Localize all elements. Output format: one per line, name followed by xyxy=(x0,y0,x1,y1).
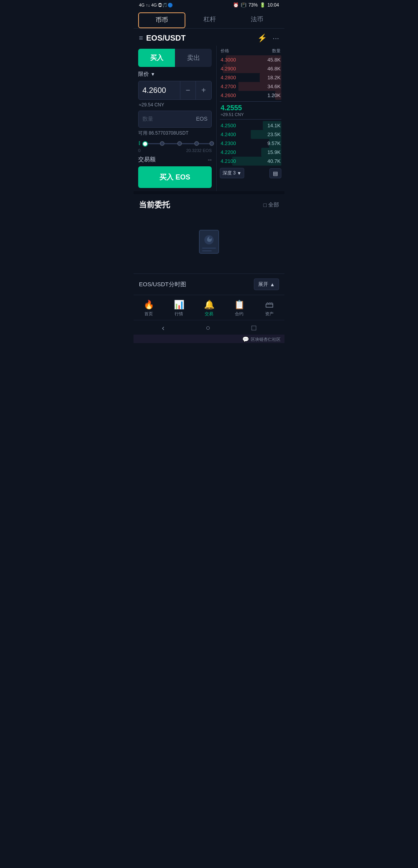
buy-order-1[interactable]: 4.2500 14.1K xyxy=(220,121,281,130)
buy-bg-3 xyxy=(269,139,281,148)
system-back-button[interactable]: ‹ xyxy=(162,323,164,332)
confirm-buy-button[interactable]: 买入 EOS xyxy=(138,166,212,188)
expand-label: 展开 xyxy=(258,281,268,288)
buy-order-5[interactable]: 4.2100 40.7K xyxy=(220,157,281,166)
view-all-orders-button[interactable]: □ 全部 xyxy=(264,202,279,208)
tab-fabi[interactable]: 法币 xyxy=(234,12,280,28)
trading-pair-title[interactable]: EOS/USDT xyxy=(146,34,186,43)
orders-title: 当前委托 xyxy=(139,200,170,210)
nav-market[interactable]: 📊 行情 xyxy=(164,298,194,318)
main-content-area: 买入 卖出 限价 ▼ 4.2600 − + ≈29.54 CNY 数量 EOS … xyxy=(134,46,284,191)
slider-labels: 0 20.3232 EOS xyxy=(138,148,212,153)
orderbook-headers: 价格 数量 xyxy=(220,48,281,54)
signal-indicators: 4G ↑↓ 4G ⓵🎵🔵 xyxy=(139,3,173,8)
tab-bar: 币币 杠杆 法币 xyxy=(134,9,284,29)
buy-price-2: 4.2400 xyxy=(221,132,236,137)
contract-icon: 📋 xyxy=(234,300,245,310)
svg-rect-3 xyxy=(202,250,212,251)
nav-assets[interactable]: 🗃 资产 xyxy=(254,298,284,318)
sell-order-4[interactable]: 4.2700 34.6K xyxy=(220,82,281,91)
trading-header: ≡ EOS/USDT ⚡ ··· xyxy=(134,29,284,46)
more-options-icon[interactable]: ··· xyxy=(272,34,279,43)
market-label: 行情 xyxy=(175,311,183,317)
tab-bibi[interactable]: 币币 xyxy=(138,12,185,28)
trade-amount-label: 交易额 xyxy=(138,156,156,163)
depth-row: 深度 3 ▼ ▤ xyxy=(220,168,281,178)
expand-chart-button[interactable]: 展开 ▲ xyxy=(254,279,279,290)
nav-contract[interactable]: 📋 合约 xyxy=(224,298,254,318)
section-divider-1 xyxy=(134,191,284,194)
depth-selector[interactable]: 深度 3 ▼ xyxy=(220,168,244,178)
quantity-input-container: 数量 EOS xyxy=(138,111,212,128)
sell-order-2[interactable]: 4.2900 46.8K xyxy=(220,64,281,73)
system-home-button[interactable]: ○ xyxy=(206,323,210,332)
status-bar: 4G ↑↓ 4G ⓵🎵🔵 ⏰ 📳 73% 🔋 10:04 xyxy=(134,0,284,9)
empty-orders-state xyxy=(139,215,279,270)
sell-price-5: 4.2600 xyxy=(221,92,236,98)
quantity-unit: EOS xyxy=(192,111,211,127)
sell-order-3[interactable]: 4.2800 18.2K xyxy=(220,73,281,82)
buy-order-2[interactable]: 4.2400 23.5K xyxy=(220,130,281,139)
battery-indicator: 73% xyxy=(248,2,258,8)
left-trading-panel: 买入 卖出 限价 ▼ 4.2600 − + ≈29.54 CNY 数量 EOS … xyxy=(134,46,217,191)
menu-icon[interactable]: ≡ xyxy=(139,34,143,42)
order-type-selector[interactable]: 限价 ▼ xyxy=(138,71,212,78)
trade-amount-value: -- xyxy=(208,156,212,163)
qty-header: 数量 xyxy=(272,48,281,54)
sell-order-5[interactable]: 4.2600 1.20K xyxy=(220,91,281,100)
home-label: 首页 xyxy=(144,311,153,317)
mid-price-cny: ≈29.51 CNY xyxy=(221,112,281,117)
slider-dot-75 xyxy=(194,141,199,146)
price-input-container: 4.2600 − + xyxy=(138,81,212,100)
orders-section: 当前委托 □ 全部 xyxy=(134,194,284,273)
position-slider[interactable]: ⫿ xyxy=(138,140,212,146)
price-increase-button[interactable]: + xyxy=(195,81,211,99)
alarm-icon: ⏰ xyxy=(233,2,239,8)
slider-track[interactable] xyxy=(142,143,212,144)
market-icon: 📊 xyxy=(174,300,184,310)
sell-button[interactable]: 卖出 xyxy=(175,49,212,67)
view-all-icon: □ xyxy=(264,202,267,208)
signal-4g2: 4G xyxy=(151,3,157,7)
available-balance: 可用 86.57703708USDT xyxy=(138,130,212,137)
quantity-input[interactable]: 数量 xyxy=(139,111,192,127)
slider-label-left: 0 xyxy=(138,148,140,153)
view-all-label: 全部 xyxy=(268,202,279,208)
system-recent-button[interactable]: □ xyxy=(252,323,256,332)
wechat-footer: 💬 区块链杏仁社区 xyxy=(134,335,284,343)
orders-header: 当前委托 □ 全部 xyxy=(139,200,279,210)
buy-sell-toggle: 买入 卖出 xyxy=(138,49,212,67)
chart-section: EOS/USDT分时图 展开 ▲ xyxy=(134,273,284,295)
buy-button[interactable]: 买入 xyxy=(138,49,175,67)
price-header: 价格 xyxy=(221,48,229,54)
trade-label: 交易 xyxy=(205,311,213,317)
tab-ganggan[interactable]: 杠杆 xyxy=(187,12,233,28)
orderbook-view-toggle[interactable]: ▤ xyxy=(269,168,281,178)
buy-price-3: 4.2300 xyxy=(221,140,236,146)
sell-orders: 4.3000 45.8K 4.2900 46.8K 4.2800 18.2K 4… xyxy=(220,55,281,100)
buy-order-4[interactable]: 4.2200 15.9K xyxy=(220,148,281,157)
price-decrease-button[interactable]: − xyxy=(180,81,196,99)
chart-settings-icon[interactable]: ⚡ xyxy=(257,33,267,43)
status-right-area: ⏰ 📳 73% 🔋 10:04 xyxy=(233,2,279,8)
chart-header: EOS/USDT分时图 展开 ▲ xyxy=(139,279,279,290)
sell-order-1[interactable]: 4.3000 45.8K xyxy=(220,55,281,64)
slider-thumb[interactable] xyxy=(142,141,148,147)
order-type-label: 限价 xyxy=(138,71,149,78)
signal-text: 4G xyxy=(139,3,145,7)
nav-trade[interactable]: 🔔 交易 xyxy=(194,298,224,318)
buy-orders: 4.2500 14.1K 4.2400 23.5K 4.2300 9.57K 4… xyxy=(220,121,281,166)
price-value-display[interactable]: 4.2600 xyxy=(139,81,180,99)
time-display: 10:04 xyxy=(267,2,279,8)
expand-arrow-icon: ▲ xyxy=(270,282,275,287)
cny-approx-value: ≈29.54 CNY xyxy=(138,102,212,108)
buy-price-4: 4.2200 xyxy=(221,149,236,155)
sell-bg-2 xyxy=(223,64,281,73)
sell-bg-1 xyxy=(226,55,281,64)
nav-home[interactable]: 🔥 首页 xyxy=(134,298,164,318)
orderbook-panel: 价格 数量 4.3000 45.8K 4.2900 46.8K 4.2800 1… xyxy=(217,46,284,191)
slider-label-right: 20.3232 EOS xyxy=(186,148,212,153)
buy-order-3[interactable]: 4.2300 9.57K xyxy=(220,139,281,148)
slider-icon: ⫿ xyxy=(138,140,141,146)
toggle-bars-icon: ▤ xyxy=(273,170,278,176)
